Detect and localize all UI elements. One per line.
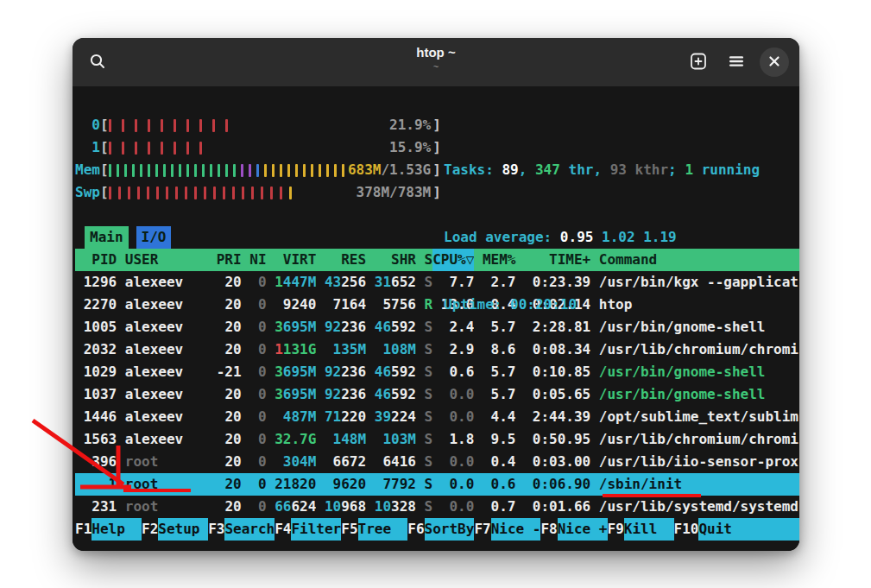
column-header-pid[interactable]: PID: [75, 249, 117, 271]
fnkey-nice[interactable]: F7: [474, 518, 490, 541]
table-row[interactable]: 1037alexeev2003695M9223646592S0.05.70:05…: [75, 383, 799, 406]
cell-user: alexeev: [117, 361, 208, 383]
cell-cpu: 0.0: [432, 383, 474, 406]
fnlabel-nice[interactable]: Nice -: [491, 518, 541, 541]
close-button[interactable]: [760, 47, 789, 77]
meter-bar-tick: [213, 187, 216, 199]
column-header-ni[interactable]: NI: [242, 249, 267, 271]
cell-ni: 0: [242, 294, 267, 316]
meter-bar-tick: [128, 187, 130, 199]
cell-pid: 231: [75, 496, 117, 518]
fnlabel-nice[interactable]: Nice +: [558, 518, 608, 541]
cell-cmd: /sbin/init: [590, 473, 799, 496]
table-row[interactable]: 1446alexeev200487M7122039224S0.04.42:44.…: [75, 406, 799, 428]
tab-io[interactable]: I/O: [136, 226, 172, 249]
meter-bar-tick: [264, 164, 267, 177]
meter-bar-tick: [225, 119, 228, 132]
cell-s: S: [416, 271, 432, 294]
fnlabel-help[interactable]: Help: [92, 518, 142, 541]
table-row[interactable]: 1563alexeev20032.7G148M103MS1.89.50:50.9…: [75, 428, 799, 451]
meter-bar-tick: [155, 164, 158, 177]
cell-cmd: /usr/bin/gnome-shell: [590, 361, 799, 383]
cell-mem: 0.6: [474, 473, 515, 496]
cell-cmd: /usr/lib/iio-sensor-prox: [590, 451, 799, 473]
cell-res: 92236: [316, 383, 366, 406]
fnlabel-filter[interactable]: Filter: [291, 518, 341, 541]
fnlabel-sortby[interactable]: SortBy: [425, 518, 475, 541]
table-row[interactable]: 396root200304M66726416S0.00.40:03.00/usr…: [75, 451, 799, 473]
meter-bar-tick: [186, 119, 189, 132]
table-row[interactable]: 1029alexeev-2103695M9223646592S0.65.70:1…: [75, 361, 799, 383]
cell-s: S: [416, 316, 432, 338]
fnkey-tree[interactable]: F5: [341, 518, 357, 541]
tab-main[interactable]: Main: [85, 226, 129, 249]
cell-pid: 1296: [75, 271, 117, 294]
cell-virt: 3695M: [267, 383, 317, 406]
cell-user: alexeev: [117, 294, 208, 316]
fnlabel-search[interactable]: Search: [224, 518, 275, 541]
cell-s: S: [416, 338, 432, 361]
column-header-pri[interactable]: PRI: [208, 249, 242, 271]
column-header-virt[interactable]: VIRT: [267, 249, 317, 271]
cell-virt: 3695M: [267, 316, 317, 338]
terminal-screen[interactable]: 0[21.9%] 1[15.9%] Mem[683M/1.53G] Swp[37…: [73, 86, 799, 551]
meter-bar-tick: [319, 164, 321, 177]
cell-shr: 6416: [366, 451, 416, 473]
column-header-user[interactable]: USER: [117, 249, 208, 271]
fnkey-setup[interactable]: F2: [142, 518, 158, 541]
fnlabel-kill[interactable]: Kill: [624, 518, 674, 541]
load-average: Load average: 0.95 1.02 1.19: [444, 226, 760, 249]
fnlabel-quit[interactable]: Quit: [698, 518, 799, 541]
fnkey-filter[interactable]: F4: [275, 518, 291, 541]
cell-pri: 20: [208, 271, 242, 294]
meter-bar-tick: [194, 164, 197, 177]
column-header-res[interactable]: RES: [316, 249, 366, 271]
column-header-shr[interactable]: SHR: [366, 249, 416, 271]
cell-shr: 39224: [366, 406, 416, 428]
meter-bar-tick: [185, 187, 187, 199]
cell-res: 6672: [316, 451, 366, 473]
cell-mem: 0.4: [474, 451, 515, 473]
cell-user: root: [117, 451, 208, 473]
cell-shr: 108M: [366, 338, 416, 361]
cell-cpu: 0.6: [432, 361, 474, 383]
meter-bar-tick: [179, 164, 181, 177]
meter-bar-tick: [109, 164, 111, 177]
fnlabel-setup[interactable]: Setup: [158, 518, 208, 541]
fnkey-kill[interactable]: F9: [608, 518, 624, 541]
menu-button[interactable]: [722, 47, 751, 77]
table-row[interactable]: 231root200666241096810328S0.00.70:01.66/…: [75, 496, 799, 518]
cell-res: 135M: [316, 338, 366, 361]
cell-cpu: 0.0: [432, 496, 474, 518]
fnkey-search[interactable]: F3: [208, 518, 224, 541]
cell-pri: 20: [208, 338, 242, 361]
new-tab-button[interactable]: [684, 47, 713, 77]
fnlabel-tree[interactable]: Tree: [358, 518, 408, 541]
meter-value: 21.9%: [389, 114, 431, 136]
meter-bracket-open: [: [100, 136, 109, 159]
cell-cmd: /opt/sublime_text/sublim: [590, 406, 799, 428]
meter-bar-tick: [161, 142, 163, 155]
column-header-s[interactable]: S: [416, 249, 432, 271]
table-row[interactable]: 1root2002182096207792S0.00.60:06.90/sbin…: [75, 473, 799, 496]
meter-bracket-open: [: [100, 181, 109, 204]
fnkey-sortby[interactable]: F6: [407, 518, 424, 541]
cell-user: alexeev: [117, 406, 208, 428]
meter-bar-tick: [148, 119, 150, 132]
cell-pri: 20: [208, 316, 242, 338]
meter-bar-tick: [109, 187, 111, 199]
fnkey-quit[interactable]: F10: [674, 518, 699, 541]
meter-bar-tick: [210, 164, 212, 177]
cell-res: 7164: [316, 294, 366, 316]
cell-ni: 0: [242, 361, 267, 383]
cell-shr: 46592: [366, 316, 416, 338]
cell-s: S: [416, 473, 432, 496]
meter-bar-tick: [171, 164, 174, 177]
meter-bar-tick: [124, 164, 127, 177]
fnkey-nice[interactable]: F8: [540, 518, 557, 541]
search-button[interactable]: [83, 47, 112, 77]
meter-bar-tick: [342, 164, 344, 177]
fnkey-help[interactable]: F1: [75, 518, 92, 541]
meter-bar-area: 21.9%: [109, 114, 433, 136]
cell-s: R: [416, 294, 432, 316]
